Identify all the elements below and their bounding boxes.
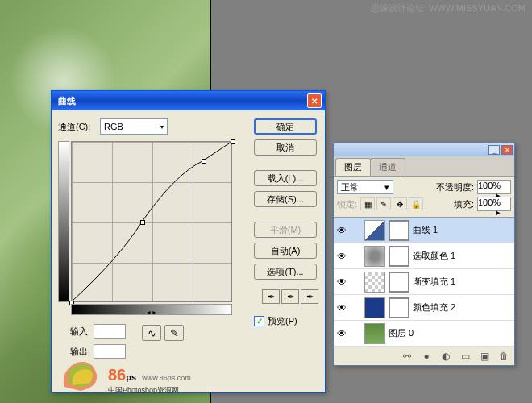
watermark-url: WWW.MISSYUAN.COM bbox=[429, 3, 526, 13]
visibility-icon[interactable]: 👁 bbox=[335, 301, 348, 314]
layer-row[interactable]: 👁选取颜色 1 bbox=[334, 243, 514, 269]
logo-86ps: 86ps www.86ps.com 中国Photoshop资源网 bbox=[56, 355, 191, 395]
watermark: 思缘设计论坛 WWW.MISSYUAN.COM bbox=[371, 2, 526, 15]
layer-row[interactable]: 👁曲线 1 bbox=[334, 218, 514, 243]
curves-title: 曲线 bbox=[55, 95, 307, 107]
layers-titlebar[interactable]: _ ✕ bbox=[334, 143, 514, 156]
visibility-icon[interactable]: 👁 bbox=[335, 327, 348, 340]
curve-point[interactable] bbox=[140, 220, 145, 225]
gray-eyedropper-icon[interactable]: ✒ bbox=[281, 289, 299, 304]
blend-mode-select[interactable]: 正常 ▾ bbox=[337, 180, 393, 194]
opacity-label: 不透明度: bbox=[436, 181, 474, 193]
curve-point[interactable] bbox=[202, 159, 206, 164]
link-icon[interactable]: ⚯ bbox=[400, 350, 414, 363]
fx-icon[interactable]: ● bbox=[419, 350, 434, 363]
tab-channels[interactable]: 通道 bbox=[370, 158, 405, 176]
layer-row[interactable]: 👁图层 0 bbox=[334, 321, 514, 347]
input-label: 输入: bbox=[58, 326, 90, 338]
visibility-icon[interactable]: 👁 bbox=[335, 250, 348, 263]
visibility-icon[interactable]: 👁 bbox=[335, 276, 348, 289]
layer-thumb[interactable] bbox=[364, 323, 385, 344]
layer-thumb[interactable] bbox=[364, 272, 385, 293]
channel-value: RGB bbox=[104, 122, 123, 131]
logo-url: www.86ps.com bbox=[142, 374, 191, 382]
layer-row[interactable]: 👁渐变填充 1 bbox=[334, 269, 514, 295]
watermark-text: 思缘设计论坛 bbox=[371, 3, 424, 13]
cancel-button[interactable]: 取消 bbox=[254, 139, 317, 156]
mask-thumb[interactable] bbox=[389, 297, 409, 318]
save-button[interactable]: 存储(S)... bbox=[254, 191, 317, 207]
curve-path bbox=[72, 142, 231, 301]
mask-thumb[interactable] bbox=[389, 272, 409, 293]
logo-tagline: 中国Photoshop资源网 bbox=[108, 385, 179, 396]
preview-label: 预览(P) bbox=[268, 315, 297, 327]
visibility-icon[interactable]: 👁 bbox=[335, 224, 348, 237]
input-field[interactable] bbox=[94, 324, 126, 339]
layer-name: 选取颜色 1 bbox=[413, 250, 513, 262]
curve-point[interactable] bbox=[231, 139, 235, 144]
options-button[interactable]: 选项(T)... bbox=[254, 264, 317, 280]
lock-transparency-icon[interactable]: ▦ bbox=[360, 197, 375, 210]
layer-name: 图层 0 bbox=[389, 327, 513, 339]
lock-all-icon[interactable]: 🔒 bbox=[409, 197, 423, 210]
load-button[interactable]: 载入(L)... bbox=[254, 170, 317, 186]
preview-checkbox[interactable]: ✓ bbox=[254, 316, 264, 326]
curve-tool-icon[interactable]: ∿ bbox=[142, 325, 161, 341]
black-eyedropper-icon[interactable]: ✒ bbox=[262, 289, 280, 304]
layer-thumb[interactable] bbox=[364, 297, 385, 318]
layer-row[interactable]: 👁颜色填充 2 bbox=[334, 295, 514, 321]
gradient-handle[interactable] bbox=[146, 310, 157, 316]
trash-icon[interactable]: 🗑 bbox=[497, 350, 511, 363]
close-icon[interactable]: ✕ bbox=[307, 93, 322, 108]
layer-name: 渐变填充 1 bbox=[413, 276, 513, 288]
folder-icon[interactable]: ▭ bbox=[458, 350, 472, 363]
layers-panel: _ ✕ 图层 通道 正常 ▾ 不透明度: 100% ▸ 锁定: ▦ ✎ ✥ 🔒 … bbox=[333, 143, 515, 366]
layer-name: 颜色填充 2 bbox=[413, 301, 513, 314]
blend-mode-value: 正常 bbox=[341, 181, 359, 193]
layer-thumb[interactable] bbox=[364, 220, 385, 241]
pencil-tool-icon[interactable]: ✎ bbox=[164, 325, 184, 341]
tab-layers[interactable]: 图层 bbox=[335, 158, 371, 176]
curve-grid[interactable] bbox=[71, 141, 232, 302]
opacity-input[interactable]: 100% ▸ bbox=[477, 180, 511, 194]
white-eyedropper-icon[interactable]: ✒ bbox=[301, 289, 318, 304]
new-layer-icon[interactable]: ▣ bbox=[477, 350, 492, 363]
chevron-down-icon: ▾ bbox=[160, 123, 164, 131]
mask-thumb[interactable] bbox=[389, 246, 409, 267]
curves-titlebar[interactable]: 曲线 ✕ bbox=[52, 91, 325, 110]
layer-thumb[interactable] bbox=[364, 246, 385, 267]
input-gradient bbox=[71, 304, 232, 315]
fill-label: 填充: bbox=[454, 198, 474, 210]
minimize-icon[interactable]: _ bbox=[488, 145, 500, 155]
ok-button[interactable]: 确定 bbox=[254, 118, 317, 135]
chevron-down-icon: ▾ bbox=[384, 182, 389, 193]
lock-label: 锁定: bbox=[337, 198, 357, 210]
smooth-button: 平滑(M) bbox=[254, 222, 317, 238]
fill-input[interactable]: 100% ▸ bbox=[477, 197, 511, 211]
layer-list: 👁曲线 1👁选取颜色 1👁渐变填充 1👁颜色填充 2👁图层 0 bbox=[334, 218, 514, 347]
lock-position-icon[interactable]: ✥ bbox=[393, 197, 407, 210]
channel-label: 通道(C): bbox=[58, 121, 97, 133]
output-gradient bbox=[58, 141, 69, 302]
lock-paint-icon[interactable]: ✎ bbox=[376, 197, 391, 210]
channel-select[interactable]: RGB ▾ bbox=[100, 118, 168, 135]
curves-dialog: 曲线 ✕ 通道(C): RGB ▾ bbox=[51, 90, 326, 393]
mask-icon[interactable]: ◐ bbox=[438, 350, 453, 363]
close-icon[interactable]: ✕ bbox=[501, 145, 513, 155]
mask-thumb[interactable] bbox=[389, 220, 409, 241]
layer-name: 曲线 1 bbox=[413, 224, 513, 236]
auto-button[interactable]: 自动(A) bbox=[254, 243, 317, 259]
